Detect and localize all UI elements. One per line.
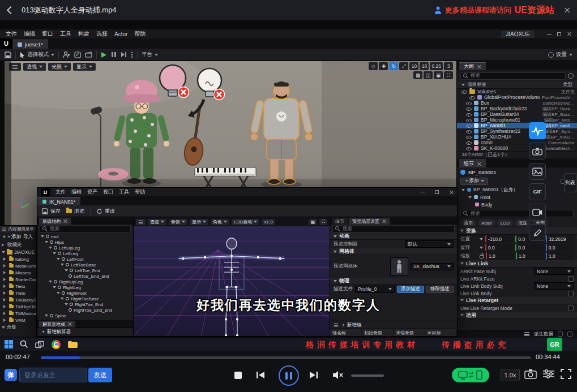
drawer-folder[interactable]: VRM [0, 317, 36, 324]
rotate-tool-icon[interactable]: ↻ [389, 62, 398, 70]
account-button[interactable]: JIAOXUE [501, 31, 535, 38]
image-tool-button[interactable] [529, 163, 546, 180]
lod-auto-dropdown[interactable]: LOD自动 [232, 219, 259, 225]
file-explorer-icon[interactable] [67, 340, 78, 348]
close-icon[interactable] [563, 7, 570, 13]
character-dropdown[interactable]: 角色 [211, 219, 229, 225]
live-arkit-face-checkbox[interactable] [568, 276, 574, 282]
filter-streaming[interactable]: 流送 [515, 219, 531, 226]
col-start-bone[interactable]: 初始骨骼 [362, 329, 394, 336]
visibility-eye-icon[interactable] [466, 101, 472, 105]
profile-select[interactable]: Profile_0 [355, 286, 395, 293]
scale-y-field[interactable]: 1.0 [516, 252, 544, 260]
outliner-row[interactable]: BoxStaticMeshAc… [457, 100, 577, 106]
playback-speed-button[interactable]: x1.0 [262, 219, 275, 225]
outliner-row[interactable]: BP_BackyardChair23编辑BP_Back… [457, 106, 577, 111]
outliner-row[interactable]: BP_BassGuitar04编辑BP_Bass… [457, 111, 577, 117]
menu-tools[interactable]: 工具 [119, 188, 129, 196]
more-options-icon[interactable] [131, 51, 133, 58]
settings-sliders-button[interactable] [542, 369, 555, 379]
menu-file[interactable]: 文件 [6, 30, 17, 38]
bone-row[interactable]: Hips [37, 239, 133, 245]
playback-speed-button[interactable]: 1.0x [501, 369, 520, 381]
visibility-eye-icon[interactable] [466, 146, 472, 150]
mute-button[interactable] [332, 371, 344, 380]
task-view-icon[interactable] [35, 341, 45, 348]
platform-dropdown[interactable]: 平台 [142, 51, 158, 58]
close-icon[interactable] [63, 219, 67, 223]
outliner-row[interactable]: BP_Synthesizer22编辑BP_Synt… [457, 128, 577, 134]
pause-button[interactable] [279, 365, 299, 386]
close-icon[interactable] [67, 322, 72, 326]
browse-button[interactable]: 浏览 [66, 208, 84, 215]
skip-icon[interactable] [121, 51, 127, 58]
perspective-dropdown[interactable]: 透视 [23, 63, 46, 71]
tab-details[interactable]: 细节 [459, 160, 486, 167]
settings-dropdown[interactable]: 设置 [548, 51, 572, 58]
content-drawer-header[interactable]: 内容侧滑菜单 [0, 226, 36, 232]
reset-button[interactable]: 重设 [96, 208, 115, 215]
show-dropdown[interactable]: 显示 [190, 219, 208, 225]
maximize-viewport-icon[interactable]: ⛶ [319, 219, 327, 225]
tab-outliner[interactable]: 大纲 [459, 62, 486, 70]
menu-file[interactable]: 文件 [55, 188, 66, 196]
tab-solver-stack[interactable]: 解算器堆栈 [39, 321, 75, 328]
save-icon[interactable] [5, 51, 11, 58]
remove-profile-button[interactable]: 移除描述 [426, 286, 454, 293]
camera-speed-button[interactable]: 3 [444, 62, 453, 70]
visibility-eye-icon[interactable] [466, 135, 472, 139]
show-dropdown[interactable]: 显示 [73, 63, 96, 71]
viewport-menu-button[interactable] [9, 63, 21, 71]
maximize-viewport-icon[interactable]: ⛶ [444, 71, 453, 79]
activity-tool-button[interactable] [529, 122, 546, 139]
close-icon[interactable] [477, 64, 481, 69]
record-tool-button[interactable] [529, 204, 546, 221]
visibility-eye-icon[interactable] [466, 106, 472, 111]
progress-bar[interactable] [41, 356, 531, 359]
animation-section-header[interactable]: 动画 [330, 233, 457, 240]
scale-x-field[interactable]: 1.0 [486, 252, 514, 260]
viewport-option-icon[interactable]: ▦ [413, 71, 422, 79]
bone-row[interactable]: RightUpLeg [37, 279, 133, 285]
close-icon[interactable] [449, 190, 454, 195]
ik-viewport[interactable]: 透视 骨骼 显示 角色 LOD自动 x1.0 ▦ ⛶ [134, 217, 330, 336]
cast-button[interactable] [452, 368, 489, 382]
menu-tools[interactable]: 工具 [60, 30, 71, 38]
outliner-row[interactable]: cam0CameraActor [457, 140, 577, 145]
mesh-thumbnail[interactable] [390, 257, 408, 275]
drawer-folder[interactable]: Tietu [0, 283, 36, 290]
select-tool-icon[interactable]: ◇ [369, 62, 378, 70]
bone-row[interactable]: root [37, 234, 133, 239]
annotate-tool-button[interactable] [529, 224, 546, 241]
menu-window[interactable]: 窗口 [42, 30, 53, 38]
bone-row[interactable]: RightFoot [37, 290, 133, 296]
close-icon[interactable] [477, 162, 481, 166]
maximize-icon[interactable] [435, 190, 439, 194]
minimize-icon[interactable] [420, 192, 425, 192]
menu-asset[interactable]: 资产 [87, 188, 97, 196]
col-chain-name[interactable]: 链名称 [330, 329, 362, 336]
close-icon[interactable] [382, 219, 386, 223]
fullscreen-button[interactable] [561, 369, 571, 379]
outliner-row[interactable]: Volumes文件夹 [457, 89, 577, 94]
visibility-eye-icon[interactable] [466, 123, 472, 128]
column-item-label[interactable]: 项目标签 [467, 81, 486, 88]
filter-lod[interactable]: LOD [497, 219, 513, 226]
hierarchy-search-input[interactable]: 搜索 [40, 225, 131, 232]
visibility-eye-icon[interactable] [466, 118, 472, 122]
grid-snap-button[interactable]: 10 [409, 62, 418, 70]
play-icon[interactable] [101, 51, 107, 58]
rotation-z-field[interactable]: 0.0 [546, 244, 574, 251]
promo-banner[interactable]: 更多精品课程请访问 UE资源站 [434, 5, 554, 16]
outliner-row[interactable]: BP_Microphone01编辑BP_Micr… [457, 117, 577, 123]
filter-general[interactable]: 通用 [460, 219, 476, 226]
component-row[interactable]: Root [457, 193, 577, 201]
drawer-folder[interactable]: Mixamo [0, 269, 36, 276]
add-button[interactable]: ＋添加 [7, 234, 22, 240]
scale-z-field[interactable]: 1.0 [546, 252, 574, 260]
outliner-row[interactable]: SK_K-00608SkeletalMesh… [457, 145, 577, 151]
scale-tool-icon[interactable]: ⤢ [399, 62, 408, 70]
component-row[interactable]: BP_nan001（自身） [457, 186, 577, 193]
start-button-icon[interactable] [5, 340, 13, 348]
bone-row[interactable]: LeftToe_End_end [37, 273, 133, 279]
